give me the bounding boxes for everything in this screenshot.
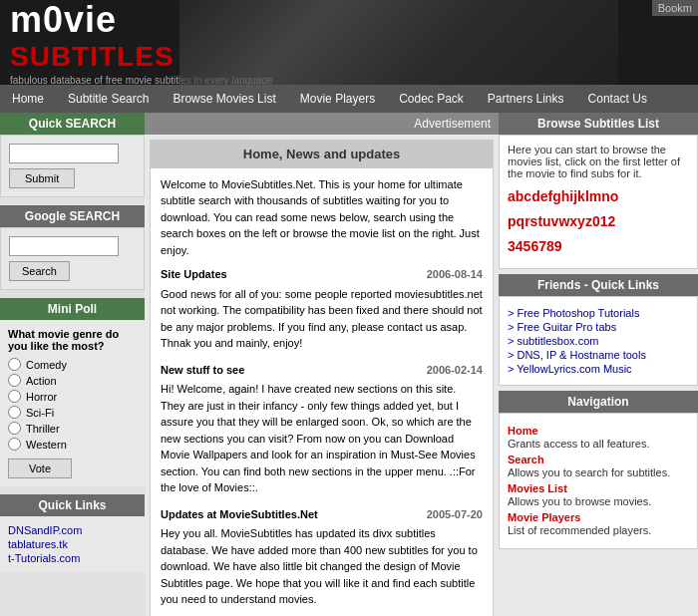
vote-button[interactable]: Vote [8,459,72,478]
right-sidebar: Browse Subtitles List Here you can start… [499,113,698,616]
letter-3[interactable]: 3 [508,238,516,254]
ad-bar: Advertisement [145,113,499,135]
letter-u[interactable]: u [542,213,551,229]
mini-poll-title: Mini Poll [0,298,145,320]
quick-search-title: Quick SEARCH [0,113,145,135]
friends-title: Friends - Quick Links [499,274,698,296]
letter-c[interactable]: c [524,188,531,204]
letter-m[interactable]: m [589,188,601,204]
nav-codec-pack[interactable]: Codec Pack [387,85,476,113]
letter-n[interactable]: n [601,188,610,204]
letter-9[interactable]: 9 [554,238,562,254]
friend-guitar[interactable]: Free Guitar Pro tabs [508,321,689,333]
quick-link-dns[interactable]: DNSandIP.com [8,524,137,536]
letter-8[interactable]: 8 [546,238,554,254]
poll-radio-western[interactable] [8,438,21,451]
nav-browse-movies[interactable]: Browse Movies List [161,85,287,113]
quick-search-submit[interactable]: Submit [9,168,75,188]
letter-links: abcdefghijklmno pqrstuvwxyz012 3456789 [508,184,689,260]
friend-subtitlesbox[interactable]: subtitlesbox.com [508,335,689,347]
quick-link-tutorials[interactable]: t-Tutorials.com [8,552,137,564]
quick-search-input[interactable] [9,144,119,163]
poll-option-scifi: Sci-Fi [8,406,137,419]
google-search-input[interactable] [9,236,119,256]
poll-radio-scifi[interactable] [8,406,21,419]
letter-o[interactable]: o [610,188,619,204]
poll-label-action: Action [26,375,57,387]
nav-home[interactable]: Home [0,85,56,113]
letter-y[interactable]: y [577,213,585,229]
poll-option-western: Western [8,438,137,451]
nav-contact-us[interactable]: Contact Us [576,85,659,113]
nav-desc-search: Allows you to search for subtitles. [508,466,689,478]
google-search-submit[interactable]: Search [9,261,70,281]
letter-7[interactable]: 7 [538,238,546,254]
poll-radio-horror[interactable] [8,390,21,403]
google-search-box: Search [0,227,145,290]
letter-a[interactable]: a [508,188,516,204]
news-title: Home, News and updates [151,141,493,168]
news-entry-1: New stuff to see 2006-02-14 Hi! Welcome,… [161,362,483,496]
browse-list: Here you can start to browse the movies … [499,135,698,269]
quick-search-box: Submit [0,135,145,197]
news-body-2: Hey you all. MovieSubtitles has updated … [161,525,483,608]
letter-g[interactable]: g [552,188,561,204]
letter-4[interactable]: 4 [516,238,524,254]
letter-p[interactable]: p [508,213,517,229]
letter-z[interactable]: z [585,213,592,229]
nav-link-search[interactable]: Search [508,454,689,465]
friend-yellowlyrics[interactable]: YellowLyrics.com Music [508,363,689,375]
nav-partners-links[interactable]: Partners Links [476,85,576,113]
news-date-2: 2005-07-20 [427,506,483,523]
news-entry-0: Site Updates 2006-08-14 Good news for al… [161,266,483,352]
browse-desc: Here you can start to browse the movies … [508,144,689,179]
news-date-1: 2006-02-14 [427,362,483,379]
nav-desc-movies-list: Allows you to browse movies. [508,495,689,507]
nav-link-home[interactable]: Home [508,425,689,437]
news-title-1: New stuff to see 2006-02-14 [161,362,483,379]
poll-radio-comedy[interactable] [8,358,21,371]
nav-desc-home: Grants access to all features. [508,438,689,450]
main-layout: Quick SEARCH Submit Google SEARCH Search… [0,113,698,616]
letter-2[interactable]: 2 [607,213,615,229]
nav-subtitle-search[interactable]: Subtitle Search [56,85,161,113]
letter-x[interactable]: x [569,213,577,229]
letter-w[interactable]: w [558,213,569,229]
poll-radio-action[interactable] [8,374,21,387]
news-body-0: Good news for all of you: some people re… [161,286,483,352]
news-title-2: Updates at MovieSubtitles.Net 2005-07-20 [161,506,483,523]
poll-label-thriller: Thriller [26,423,60,435]
letter-q[interactable]: q [517,213,525,229]
news-title-0: Site Updates 2006-08-14 [161,266,483,283]
quick-links-content: DNSandIP.com tablatures.tk t-Tutorials.c… [0,516,145,572]
news-box: Home, News and updates Welcome to MovieS… [150,140,494,616]
bookmarks-bar: Bookm [652,0,698,16]
poll-label-comedy: Comedy [26,359,67,371]
poll-radio-thriller[interactable] [8,422,21,435]
poll-label-western: Western [26,439,67,451]
mini-poll-content: What movie genre do you like the most? C… [0,320,145,486]
letter-d[interactable]: d [531,188,540,204]
nav-movie-players[interactable]: Movie Players [288,85,387,113]
poll-option-comedy: Comedy [8,358,137,371]
poll-label-horror: Horror [26,391,57,403]
nav-link-movies-list[interactable]: Movies List [508,482,689,494]
letter-0[interactable]: 0 [592,213,600,229]
google-search-title: Google SEARCH [0,205,145,227]
news-entry-2: Updates at MovieSubtitles.Net 2005-07-20… [161,506,483,608]
letter-k[interactable]: k [577,188,585,204]
left-sidebar: Quick SEARCH Submit Google SEARCH Search… [0,113,145,616]
center-content: Advertisement Home, News and updates Wel… [145,113,499,616]
friend-photoshop[interactable]: Free Photoshop Tutorials [508,307,689,319]
quick-link-tablatures[interactable]: tablatures.tk [8,538,137,550]
friends-content: Free Photoshop Tutorials Free Guitar Pro… [499,296,698,386]
poll-option-horror: Horror [8,390,137,403]
header: m0vie SUBTITLES fabulous database of fre… [0,0,698,85]
friend-dns[interactable]: DNS, IP & Hostname tools [508,349,689,361]
navigation-title: Navigation [499,391,698,413]
browse-title: Browse Subtitles List [499,113,698,135]
nav-link-movie-players[interactable]: Movie Players [508,511,689,523]
nav-desc-movie-players: List of recommended players. [508,524,689,536]
poll-option-action: Action [8,374,137,387]
letter-e[interactable]: e [540,188,548,204]
